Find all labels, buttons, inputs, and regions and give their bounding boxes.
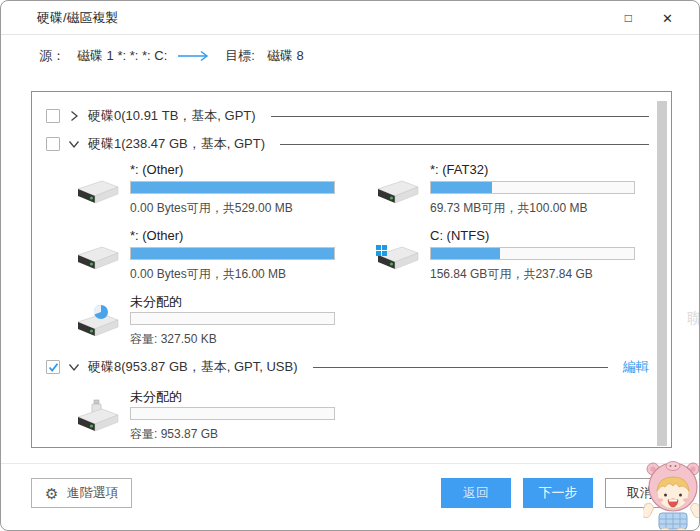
arrow-right-icon [177, 50, 211, 62]
partition-item[interactable]: 未分配的 容量: 327.50 KB [74, 293, 374, 355]
source-target-bar: 源： 磁碟 1 *: *: *: C: 目標: 磁碟 8 [39, 36, 304, 76]
maximize-icon[interactable]: □ [625, 12, 632, 24]
disk8-checkbox[interactable] [46, 360, 60, 374]
target-value: 磁碟 8 [267, 47, 304, 65]
usage-bar [430, 181, 635, 194]
usage-bar [430, 247, 635, 260]
usage-bar [130, 312, 335, 325]
partition-item[interactable]: *: (Other) 0.00 Bytes可用，共16.00 MB [74, 228, 374, 290]
windows-drive-icon [374, 238, 420, 274]
source-label: 源： [39, 47, 65, 65]
disk0-checkbox[interactable] [46, 109, 60, 123]
edge-watermark-text: 聯 [687, 309, 700, 328]
target-label: 目標: [225, 47, 255, 65]
titlebar: 硬碟/磁區複製 □ ✕ [1, 1, 699, 35]
gear-icon: ⚙ [45, 486, 58, 501]
partition-item[interactable]: *: (Other) 0.00 Bytes可用，共529.00 MB [74, 162, 374, 224]
partition-name: *: (Other) [130, 162, 374, 179]
partition-name: 未分配的 [130, 388, 374, 405]
drive-icon [74, 172, 120, 208]
disk-row-0[interactable]: 硬碟0(10.91 TB，基本, GPT) [32, 102, 671, 130]
divider [313, 367, 608, 368]
edit-link[interactable]: 編輯 [623, 358, 649, 376]
disk-label: 硬碟0(10.91 TB，基本, GPT) [88, 107, 256, 125]
partition-name: *: (Other) [130, 228, 374, 245]
partition-info: 容量: 953.87 GB [130, 426, 374, 443]
chevron-right-icon[interactable] [67, 109, 81, 123]
usage-bar-fill [131, 248, 334, 259]
partition-info: 容量: 327.50 KB [130, 331, 374, 348]
divider [271, 116, 649, 117]
usage-bar [130, 247, 335, 260]
partition-info: 0.00 Bytes可用，共529.00 MB [130, 200, 374, 217]
divider [280, 144, 649, 145]
window-title: 硬碟/磁區複製 [37, 9, 119, 27]
disk1-checkbox[interactable] [46, 137, 60, 151]
mascot-watermark [643, 453, 700, 531]
close-icon[interactable]: ✕ [662, 12, 673, 25]
disk-row-1[interactable]: 硬碟1(238.47 GB，基本, GPT) [32, 130, 671, 158]
chevron-down-icon[interactable] [67, 360, 81, 374]
drive-icon [374, 172, 420, 208]
usage-bar-fill [431, 248, 500, 259]
partition-item[interactable]: C: (NTFS) 156.84 GB可用，共237.84 GB [374, 228, 674, 290]
footer-divider [1, 463, 699, 464]
next-button[interactable]: 下一步 [523, 478, 593, 508]
disk-list-panel: 硬碟0(10.91 TB，基本, GPT) 硬碟1(238.47 GB，基本, … [31, 91, 672, 448]
dialog-window: 硬碟/磁區複製 □ ✕ 源： 磁碟 1 *: *: *: C: 目標: 磁碟 8… [0, 0, 700, 531]
advanced-options-label: 進階選項 [66, 484, 118, 502]
usage-bar-fill [431, 182, 492, 193]
scrollbar-thumb[interactable] [657, 101, 667, 446]
usb-drive-icon [74, 398, 120, 434]
usage-bar-fill [131, 182, 334, 193]
chevron-down-icon[interactable] [67, 137, 81, 151]
usage-bar [130, 181, 335, 194]
partition-info: 69.73 MB可用，共100.00 MB [430, 200, 674, 217]
disk-label: 硬碟1(238.47 GB，基本, GPT) [88, 135, 265, 153]
pie-drive-icon [74, 303, 120, 339]
drive-icon [74, 238, 120, 274]
advanced-options-button[interactable]: ⚙ 進階選項 [31, 478, 132, 508]
partition-item[interactable]: *: (FAT32) 69.73 MB可用，共100.00 MB [374, 162, 674, 224]
partition-name: 未分配的 [130, 293, 374, 310]
partition-name: *: (FAT32) [430, 162, 674, 179]
source-value: 磁碟 1 *: *: *: C: [77, 47, 167, 65]
usage-bar [130, 407, 335, 420]
partition-name: C: (NTFS) [430, 228, 674, 245]
partition-info: 156.84 GB可用，共237.84 GB [430, 266, 674, 283]
partition-info: 0.00 Bytes可用，共16.00 MB [130, 266, 374, 283]
partition-item[interactable]: 未分配的 容量: 953.87 GB [74, 388, 374, 450]
back-button[interactable]: 返回 [441, 478, 511, 508]
disk-label: 硬碟8(953.87 GB，基本, GPT, USB) [88, 358, 298, 376]
disk-row-8[interactable]: 硬碟8(953.87 GB，基本, GPT, USB) 編輯 [32, 353, 671, 381]
